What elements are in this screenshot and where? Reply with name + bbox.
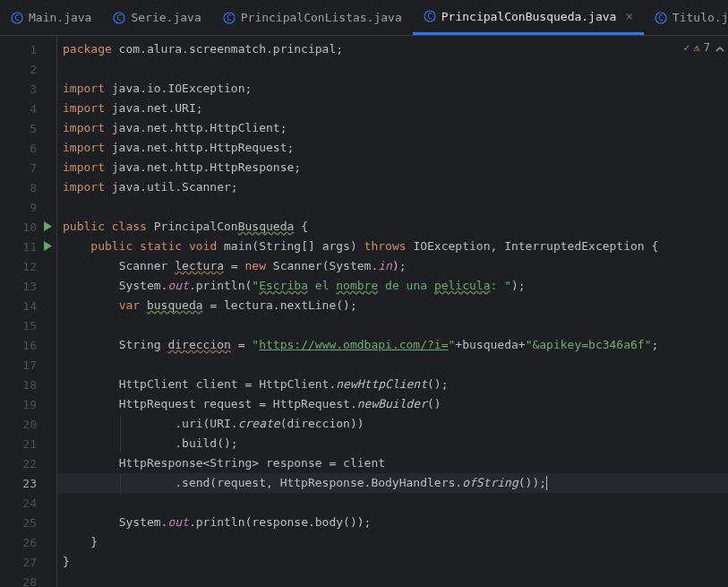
code-line[interactable]: HttpResponse<String> response = client bbox=[57, 453, 728, 473]
code-area[interactable]: ✓⚠ 7 package com.alura.screenmatch.princ… bbox=[57, 36, 728, 587]
line-number[interactable]: 3 bbox=[0, 79, 56, 99]
line-number[interactable]: 22 bbox=[0, 453, 56, 473]
code-line[interactable] bbox=[57, 572, 728, 587]
line-number[interactable]: 26 bbox=[0, 532, 56, 552]
code-line[interactable]: } bbox=[57, 532, 728, 552]
code-line[interactable]: } bbox=[57, 552, 728, 572]
line-number[interactable]: 12 bbox=[0, 256, 56, 276]
code-line[interactable] bbox=[57, 493, 728, 513]
code-line[interactable]: package com.alura.screenmatch.principal; bbox=[57, 39, 728, 59]
code-line[interactable] bbox=[57, 355, 728, 375]
gutter: 1 2 3 4 5 6 7 8 9 10 11 12 13 14 15 16 1… bbox=[0, 36, 57, 587]
line-number[interactable]: 1 bbox=[0, 39, 56, 59]
run-icon[interactable] bbox=[43, 240, 53, 254]
code-line[interactable]: import java.io.IOException; bbox=[57, 79, 728, 99]
text-caret bbox=[546, 476, 547, 490]
tab-titulo[interactable]: C Titulo.jav bbox=[644, 0, 728, 35]
tab-label: PrincipalConListas.java bbox=[241, 11, 402, 24]
close-icon[interactable]: × bbox=[625, 9, 632, 23]
line-number[interactable]: 15 bbox=[0, 315, 56, 335]
line-number[interactable]: 14 bbox=[0, 296, 56, 315]
code-line[interactable]: HttpClient client = HttpClient.newHttpCl… bbox=[57, 375, 728, 394]
tab-main[interactable]: C Main.java bbox=[0, 0, 102, 35]
line-number[interactable]: 4 bbox=[0, 99, 56, 118]
line-number[interactable]: 24 bbox=[0, 493, 56, 513]
line-number[interactable]: 23 bbox=[0, 473, 56, 493]
tab-serie[interactable]: C Serie.java bbox=[102, 0, 211, 35]
editor-tabs: C Main.java C Serie.java C PrincipalConL… bbox=[0, 0, 728, 36]
code-line[interactable] bbox=[57, 197, 728, 217]
svg-text:C: C bbox=[117, 13, 122, 22]
line-number[interactable]: 7 bbox=[0, 158, 56, 177]
code-line[interactable]: System.out.println("Escriba el nombre de… bbox=[57, 276, 728, 296]
line-number[interactable]: 13 bbox=[0, 276, 56, 296]
code-line[interactable]: .send(request, HttpResponse.BodyHandlers… bbox=[57, 473, 728, 493]
code-line[interactable]: import java.net.http.HttpRequest; bbox=[57, 138, 728, 158]
line-number[interactable]: 20 bbox=[0, 414, 56, 434]
tab-label: PrincipalConBusqueda.java bbox=[441, 10, 617, 23]
line-number[interactable]: 5 bbox=[0, 118, 56, 138]
java-class-icon: C bbox=[11, 12, 23, 24]
line-number[interactable]: 19 bbox=[0, 394, 56, 414]
line-number[interactable]: 10 bbox=[0, 217, 56, 237]
tab-principal-busqueda[interactable]: C PrincipalConBusqueda.java × bbox=[413, 0, 644, 35]
svg-text:C: C bbox=[658, 13, 663, 22]
line-number[interactable]: 25 bbox=[0, 513, 56, 532]
code-line[interactable] bbox=[57, 59, 728, 79]
tab-label: Main.java bbox=[29, 11, 91, 24]
line-number[interactable]: 9 bbox=[0, 197, 56, 217]
code-line[interactable]: HttpRequest request = HttpRequest.newBui… bbox=[57, 394, 728, 414]
svg-text:C: C bbox=[14, 13, 19, 22]
run-icon[interactable] bbox=[43, 220, 53, 234]
java-class-icon: C bbox=[223, 12, 236, 24]
line-number[interactable]: 11 bbox=[0, 237, 56, 256]
code-line[interactable]: public class PrincipalConBusqueda { bbox=[57, 217, 728, 237]
line-number[interactable]: 16 bbox=[0, 335, 56, 355]
code-line[interactable]: System.out.println(response.body()); bbox=[57, 513, 728, 532]
code-line[interactable]: .build(); bbox=[57, 434, 728, 453]
code-line[interactable]: public static void main(String[] args) t… bbox=[57, 237, 728, 256]
java-class-icon: C bbox=[113, 12, 125, 24]
tab-label: Serie.java bbox=[131, 11, 201, 24]
line-number[interactable]: 21 bbox=[0, 434, 56, 453]
svg-text:C: C bbox=[227, 13, 231, 22]
editor: 1 2 3 4 5 6 7 8 9 10 11 12 13 14 15 16 1… bbox=[0, 36, 728, 587]
line-number[interactable]: 27 bbox=[0, 552, 56, 572]
line-number[interactable]: 17 bbox=[0, 355, 56, 375]
code-line[interactable]: import java.net.URI; bbox=[57, 99, 728, 118]
svg-text:C: C bbox=[427, 12, 432, 21]
code-line[interactable]: var busqueda = lectura.nextLine(); bbox=[57, 296, 728, 315]
line-number[interactable]: 28 bbox=[0, 572, 56, 587]
code-line[interactable]: import java.net.http.HttpClient; bbox=[57, 118, 728, 138]
code-line[interactable]: import java.util.Scanner; bbox=[57, 177, 728, 197]
code-line[interactable]: Scanner lectura = new Scanner(System.in)… bbox=[57, 256, 728, 276]
code-line[interactable] bbox=[57, 315, 728, 335]
line-number[interactable]: 8 bbox=[0, 177, 56, 197]
line-number[interactable]: 18 bbox=[0, 375, 56, 394]
java-class-icon: C bbox=[424, 10, 436, 22]
code-line[interactable]: import java.net.http.HttpResponse; bbox=[57, 158, 728, 177]
tab-label: Titulo.jav bbox=[672, 11, 728, 24]
line-number[interactable]: 6 bbox=[0, 138, 56, 158]
code-line[interactable]: String direccion = "https://www.omdbapi.… bbox=[57, 335, 728, 355]
java-class-icon: C bbox=[655, 12, 667, 24]
tab-principal-listas[interactable]: C PrincipalConListas.java bbox=[212, 0, 413, 35]
line-number[interactable]: 2 bbox=[0, 59, 56, 79]
code-line[interactable]: .uri(URI.create(direccion)) bbox=[57, 414, 728, 434]
